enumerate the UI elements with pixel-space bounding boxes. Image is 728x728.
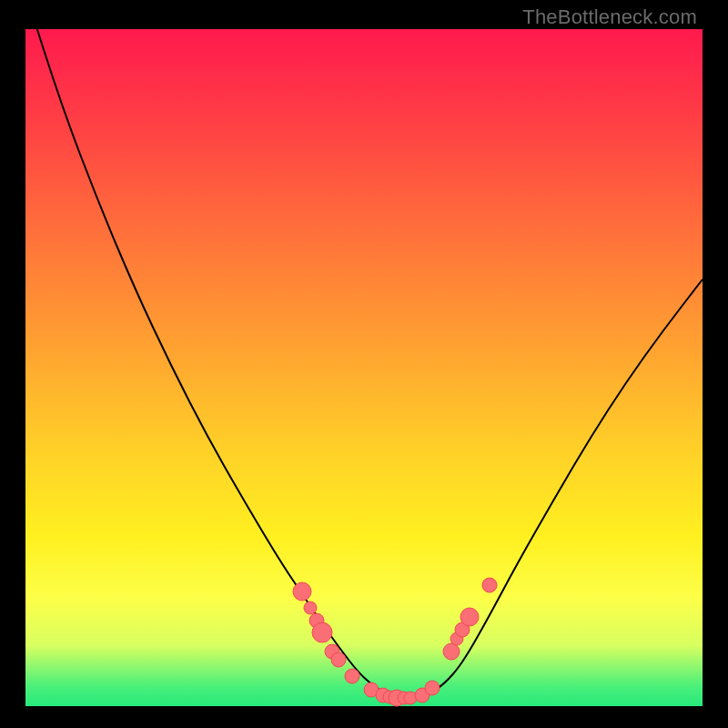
data-point xyxy=(331,652,346,667)
chart-area xyxy=(25,29,703,706)
v-curve xyxy=(25,0,703,699)
plot-svg xyxy=(25,29,703,706)
data-point xyxy=(460,608,479,626)
data-point xyxy=(443,643,460,660)
data-point xyxy=(293,582,311,601)
data-point-layer xyxy=(293,578,497,706)
data-point xyxy=(425,681,440,695)
data-point xyxy=(312,622,332,642)
data-point xyxy=(345,669,359,683)
data-point xyxy=(304,602,317,614)
data-point xyxy=(482,578,497,592)
watermark-text: TheBottleneck.com xyxy=(522,5,697,29)
